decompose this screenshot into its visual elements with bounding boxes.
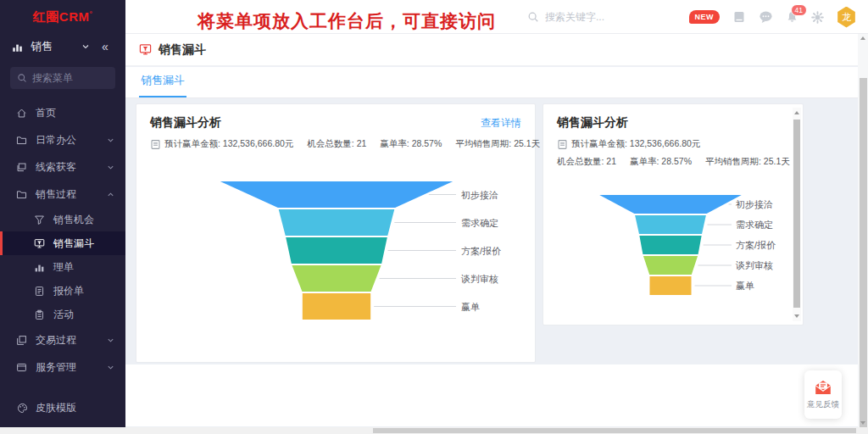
global-search-placeholder: 搜索关键字... (545, 10, 604, 25)
ledger-icon (557, 139, 568, 150)
module-chart-icon (12, 42, 23, 53)
chat-icon[interactable] (759, 10, 773, 24)
avatar[interactable]: 龙 (837, 7, 856, 28)
sidebar-item-label: 报价单 (53, 284, 84, 298)
sidebar-item-1[interactable]: 日常办公 (0, 126, 125, 153)
funnel-stage (634, 214, 707, 235)
sidebar-item-7[interactable]: 报价单 (0, 279, 125, 303)
sidebar-item-2[interactable]: 线索获客 (0, 153, 125, 181)
scroll-up-arrow[interactable] (860, 36, 865, 40)
notification-count-badge: 41 (791, 4, 807, 16)
stat-item: 预计赢单金额: 132,536,666.80元 (150, 138, 293, 150)
card-title: 销售漏斗分析 (150, 115, 221, 131)
bar-chart-icon (34, 262, 45, 273)
chevron-down-icon (107, 337, 114, 344)
chevron-down-icon (107, 364, 114, 371)
quote-doc-icon (34, 286, 45, 297)
funnel-stage-label: 方案/报价 (461, 246, 501, 256)
funnel-stage (277, 209, 395, 236)
feedback-button[interactable]: 意见反馈 (804, 370, 842, 419)
empty-bottom-section (125, 364, 858, 426)
chevron-up-icon (107, 191, 114, 198)
stat-item: 赢单率: 28.57% (380, 138, 442, 150)
stat-item: 预计赢单金额: 132,536,666.80元 (557, 138, 700, 150)
funnel-stage (643, 255, 699, 275)
sidebar-item-5[interactable]: 销售漏斗 (0, 231, 125, 255)
chevron-down-icon (107, 164, 114, 171)
scrollbar-thumb[interactable] (860, 78, 867, 434)
chevron-down-icon (81, 42, 90, 51)
page-horizontal-scrollbar[interactable] (0, 427, 868, 434)
funnel-card-left: 销售漏斗分析 查看详情 预计赢单金额: 132,536,666.80元机会总数量… (136, 103, 536, 363)
page-vertical-scrollbar[interactable] (858, 34, 868, 427)
funnel-stage-label: 谈判审核 (735, 260, 773, 270)
gear-icon[interactable] (811, 11, 824, 24)
card-title: 销售漏斗分析 (557, 115, 628, 131)
window-icon (16, 362, 27, 373)
sidebar-item-6[interactable]: 理单 (0, 255, 125, 279)
page-title: 销售漏斗 (159, 42, 206, 58)
sidebar-item-8[interactable]: 活动 (0, 303, 125, 326)
tab-bar: 销售漏斗 (125, 67, 858, 98)
sidebar-item-3[interactable]: 销售过程 (0, 181, 125, 208)
funnel-stage-label: 初步接洽 (460, 190, 498, 200)
sidebar-search-input[interactable]: 搜索菜单 (10, 67, 115, 89)
sidebar-item-label: 交易过程 (36, 333, 76, 348)
card-scrollbar[interactable] (793, 108, 801, 321)
sidebar-item-label: 销售过程 (36, 187, 76, 202)
sidebar-item-label: 线索获客 (36, 160, 76, 175)
funnel-stage-label: 需求确定 (461, 218, 498, 228)
annotation-text: 将菜单项放入工作台后，可直接访问 (198, 9, 496, 33)
stat-item: 平均销售周期: 25.1天 (705, 156, 790, 168)
scrollbar-thumb[interactable] (373, 428, 856, 433)
sidebar-item-label: 服务管理 (36, 360, 76, 375)
sidebar-search-placeholder: 搜索菜单 (32, 71, 73, 86)
funnel-stage (596, 194, 745, 214)
module-switcher[interactable]: 销售 « (12, 39, 115, 54)
sidebar-item-skin-template[interactable]: 皮肤模版 (17, 401, 76, 415)
search-icon (17, 73, 27, 83)
funnel-stage (291, 264, 382, 292)
sidebar-menu: 首页日常办公线索获客销售过程销售机会销售漏斗理单报价单活动交易过程服务管理 (0, 99, 125, 381)
sidebar-item-label: 日常办公 (36, 133, 76, 147)
ledger-icon (150, 139, 161, 150)
mail-icon (814, 379, 832, 396)
sidebar-item-label: 首页 (36, 106, 56, 120)
scroll-down-arrow[interactable] (860, 421, 865, 425)
stat-item: 平均销售周期: 25.1天 (455, 138, 540, 150)
home-icon (16, 108, 27, 119)
funnel-stage-label: 初步接洽 (735, 199, 773, 209)
sidebar-item-0[interactable]: 首页 (0, 99, 125, 126)
funnel-icon (34, 214, 45, 225)
sidebar-item-4[interactable]: 销售机会 (0, 208, 125, 231)
tab-sales-funnel[interactable]: 销售漏斗 (139, 73, 186, 97)
funnel-monitor-icon (139, 43, 152, 56)
funnel-stage-label: 谈判审核 (460, 274, 498, 284)
monitor-funnel-icon (34, 238, 45, 249)
sidebar: 红圈CRM° 销售 « 搜索菜单 首页日常办公线索获客销售过程销售机会销售漏斗理… (0, 0, 125, 427)
sidebar-item-9[interactable]: 交易过程 (0, 326, 125, 353)
funnel-stage-label: 赢单 (461, 302, 480, 312)
collapse-sidebar-icon[interactable]: « (102, 40, 108, 53)
sidebar-item-10[interactable]: 服务管理 (0, 353, 125, 381)
sidebar-item-label: 销售机会 (53, 213, 94, 227)
funnel-stage-label: 赢单 (736, 281, 754, 291)
feedback-label: 意见反馈 (807, 399, 839, 410)
sidebar-item-label: 销售漏斗 (53, 236, 94, 251)
scroll-down-arrow[interactable] (794, 314, 799, 318)
funnel-stage (638, 235, 703, 255)
new-badge[interactable]: NEW (689, 10, 721, 24)
scroll-up-arrow[interactable] (794, 111, 799, 114)
stats-rows: 预计赢单金额: 132,536,666.80元机会总数量: 21赢单率: 28.… (543, 131, 803, 168)
main-content: 销售漏斗 销售漏斗 销售漏斗分析 查看详情 预计赢单金额: 132,536,66… (125, 34, 858, 427)
notebook-icon[interactable] (732, 10, 746, 24)
layers-icon (16, 162, 27, 173)
view-details-link[interactable]: 查看详情 (481, 116, 521, 131)
global-search-input[interactable]: 搜索关键字... (527, 0, 604, 34)
stat-item: 机会总数量: 21 (557, 156, 616, 168)
skin-template-label: 皮肤模版 (36, 401, 76, 415)
scrollbar-thumb[interactable] (793, 120, 800, 308)
page-header: 销售漏斗 (125, 34, 858, 66)
bell-icon[interactable]: 41 (786, 10, 798, 24)
copy-icon (16, 335, 27, 346)
